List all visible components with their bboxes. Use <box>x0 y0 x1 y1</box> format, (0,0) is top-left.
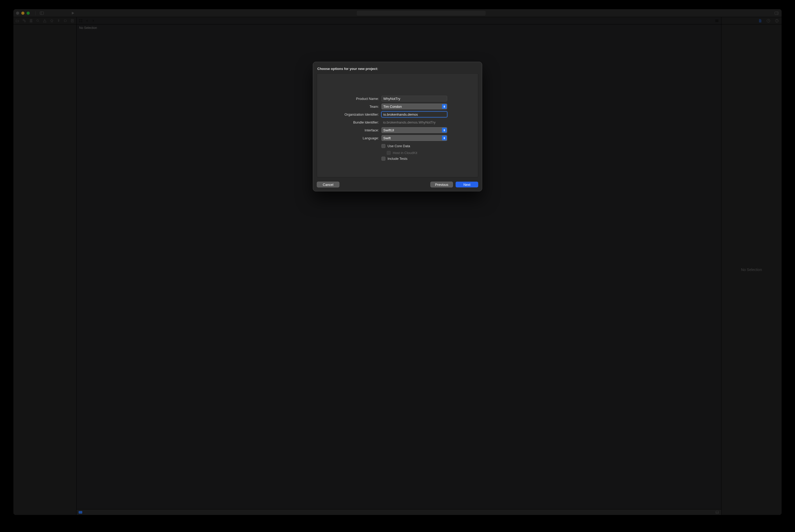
sheet-title: Choose options for your new project: <box>317 67 478 71</box>
host-cloudkit-label: Host in CloudKit <box>393 151 417 155</box>
language-select[interactable]: Swift <box>381 135 447 141</box>
use-core-data-label: Use Core Data <box>387 144 410 148</box>
interface-select[interactable]: SwiftUI <box>381 127 447 133</box>
language-label: Language: <box>336 136 379 140</box>
sheet-footer: Cancel Previous Next <box>317 182 478 187</box>
xcode-window: No Selection No Selection Choose options… <box>13 9 782 515</box>
sheet-body: Product Name: Team: Tim Condon Organ <box>317 73 478 177</box>
org-id-label: Organization Identifier: <box>336 113 379 116</box>
use-core-data-checkbox[interactable] <box>381 144 385 148</box>
interface-value: SwiftUI <box>383 128 394 132</box>
host-cloudkit-checkbox <box>387 151 391 155</box>
include-tests-checkbox[interactable] <box>381 157 385 160</box>
use-core-data-row[interactable]: Use Core Data <box>381 143 410 149</box>
team-label: Team: <box>336 104 379 109</box>
bundle-id-label: Bundle Identifier: <box>336 120 379 124</box>
include-tests-label: Include Tests <box>387 157 408 160</box>
team-value: Tim Condon <box>383 104 402 109</box>
product-name-label: Product Name: <box>336 97 379 101</box>
select-arrows-icon <box>442 136 447 140</box>
select-arrows-icon <box>442 104 447 109</box>
include-tests-row[interactable]: Include Tests <box>381 156 408 162</box>
interface-label: Interface: <box>336 128 379 132</box>
next-button[interactable]: Next <box>456 182 478 187</box>
team-select[interactable]: Tim Condon <box>381 103 447 109</box>
new-project-options-sheet: Choose options for your new project: Pro… <box>313 62 482 191</box>
product-name-field[interactable] <box>381 96 447 101</box>
cancel-button[interactable]: Cancel <box>317 182 339 187</box>
bundle-id-value: io.brokenhands.demos.WhyNotTry <box>381 119 447 125</box>
org-id-field[interactable] <box>381 111 447 117</box>
select-arrows-icon <box>442 128 447 132</box>
host-cloudkit-row: Host in CloudKit <box>387 150 417 156</box>
language-value: Swift <box>383 136 391 140</box>
previous-button[interactable]: Previous <box>430 182 453 187</box>
